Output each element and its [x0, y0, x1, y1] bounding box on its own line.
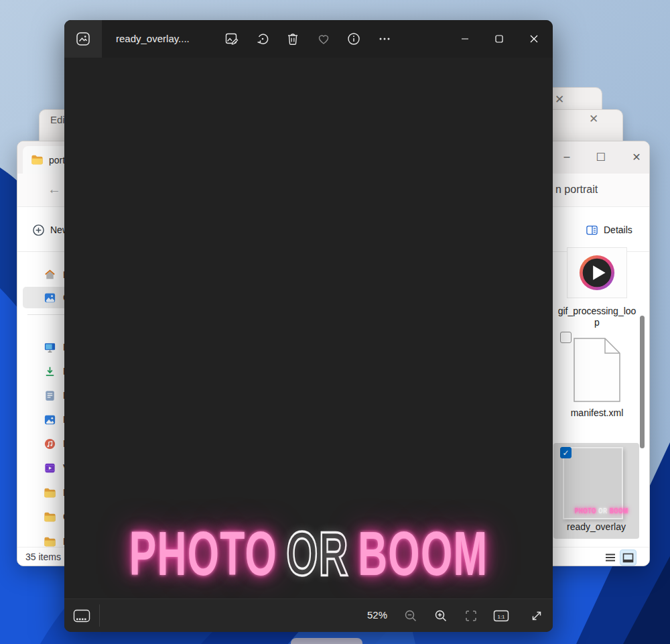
document-icon[interactable] — [574, 338, 620, 402]
actual-size-button[interactable]: 1:1 — [489, 604, 513, 628]
edit-image-icon — [224, 31, 239, 46]
folder-icon — [44, 487, 56, 499]
home-icon — [44, 269, 56, 281]
videos-icon — [44, 462, 56, 474]
gallery-icon — [44, 292, 56, 304]
photos-app-button[interactable] — [64, 20, 102, 58]
image-thumbnail: PHOTO OR BOOM — [563, 447, 623, 519]
edit-image-button[interactable] — [220, 27, 244, 51]
photos-titlebar: ready_overlay.... — [64, 20, 553, 58]
list-view-icon — [605, 553, 616, 562]
folder-icon — [44, 535, 56, 548]
fullscreen-icon — [530, 609, 543, 623]
file-thumbnail-gif[interactable] — [567, 247, 627, 298]
photos-app-icon — [75, 31, 91, 47]
tab-label: port — [49, 155, 65, 166]
details-pane-icon — [586, 224, 598, 237]
folder-icon — [31, 153, 44, 166]
photos-app-window: ready_overlay.... PHOTO — [64, 20, 553, 632]
photos-title: ready_overlay.... — [116, 33, 190, 44]
filmstrip-button[interactable] — [70, 604, 94, 628]
music-icon — [44, 438, 56, 450]
desktop-icon — [44, 341, 56, 354]
zoom-in-button[interactable] — [429, 604, 453, 628]
fullscreen-button[interactable] — [525, 604, 549, 628]
minimize-button[interactable]: – — [557, 148, 577, 166]
actual-size-icon: 1:1 — [493, 609, 509, 623]
close-button[interactable] — [518, 20, 549, 58]
zoom-level: 52% — [367, 609, 387, 621]
maximize-icon — [495, 35, 503, 43]
fit-to-window-button[interactable] — [459, 604, 483, 628]
see-more-button[interactable] — [373, 27, 397, 51]
filmstrip-icon — [73, 608, 90, 623]
details-button-label: Details — [604, 224, 632, 235]
file-label[interactable]: gif_processing_loop — [557, 306, 637, 328]
plus-circle-icon — [32, 224, 45, 237]
maximize-button[interactable]: ☐ — [591, 148, 611, 166]
file-label[interactable]: manifest.xml — [557, 407, 637, 419]
rotate-button[interactable] — [251, 27, 275, 51]
svg-text:1:1: 1:1 — [497, 614, 505, 620]
toolbar-divider — [99, 604, 100, 627]
close-icon[interactable]: ✕ — [555, 94, 564, 105]
details-button[interactable]: Details — [586, 219, 632, 241]
zoom-out-icon — [404, 609, 417, 623]
delete-button[interactable] — [281, 27, 305, 51]
more-icon — [377, 31, 392, 46]
file-label[interactable]: ready_overlay — [553, 521, 639, 533]
photo-view[interactable]: PHOTO OR BOOM — [64, 58, 553, 598]
trash-icon — [285, 31, 300, 46]
minimize-icon — [461, 35, 469, 43]
address-bar-text[interactable]: n portrait — [555, 184, 598, 196]
neon-word: PHOTO — [129, 519, 277, 589]
list-view-button[interactable] — [602, 550, 618, 566]
back-icon[interactable]: ← — [48, 182, 61, 197]
thumbnail-neon-text: PHOTO OR BOOM — [575, 507, 628, 515]
photo-neon-text: PHOTO OR BOOM — [147, 519, 470, 589]
scrollbar[interactable] — [639, 249, 645, 547]
close-button[interactable]: ✕ — [626, 148, 647, 166]
thumbnail-view-button[interactable] — [620, 550, 636, 566]
downloads-icon — [44, 365, 56, 378]
pictures-icon — [44, 413, 56, 426]
checkbox-checked-icon[interactable]: ✓ — [560, 447, 572, 458]
zoom-out-button[interactable] — [399, 604, 423, 628]
maximize-button[interactable] — [483, 20, 515, 58]
new-button[interactable]: New — [32, 219, 69, 241]
heart-icon — [316, 31, 331, 46]
info-button[interactable] — [342, 27, 366, 51]
photos-statusbar: 52% 1:1 — [64, 598, 553, 632]
fit-to-window-icon — [464, 609, 478, 623]
gif-play-icon — [578, 253, 616, 292]
thumbnail-view-icon — [622, 553, 634, 563]
close-icon — [530, 35, 538, 43]
favorite-button[interactable] — [312, 27, 336, 51]
items-count: 35 items — [25, 552, 61, 562]
documents-icon — [44, 389, 56, 402]
close-icon[interactable]: ✕ — [589, 113, 598, 125]
neon-word: BOOM — [358, 519, 488, 589]
zoom-in-icon — [434, 609, 448, 623]
rotate-icon — [255, 31, 270, 46]
info-icon — [346, 31, 361, 46]
minimize-button[interactable] — [449, 20, 480, 58]
neon-word-outline: OR — [286, 519, 349, 589]
checkbox-unchecked-icon[interactable] — [560, 332, 572, 343]
folder-icon — [44, 511, 56, 523]
scrollbar-thumb[interactable] — [640, 316, 645, 448]
taskbar-peek-window[interactable] — [291, 638, 362, 644]
